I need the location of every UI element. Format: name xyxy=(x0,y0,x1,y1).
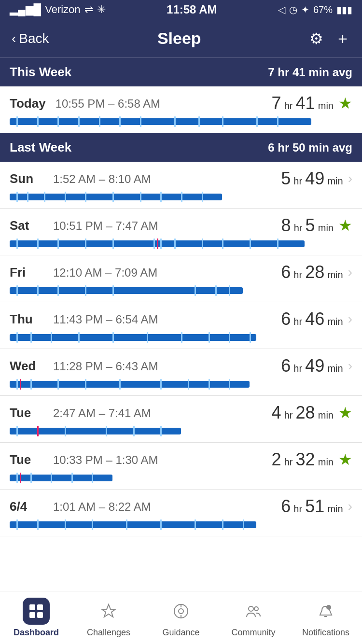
back-button[interactable]: ‹ Back xyxy=(12,31,49,46)
sleep-bar-tick xyxy=(160,379,162,390)
sleep-bar-tick xyxy=(181,332,182,343)
sleep-duration: 5 hr 49 min xyxy=(281,168,343,189)
status-left: ▂▄▆█ Verizon ⇌ ✳ xyxy=(10,3,106,16)
nav-bar: ‹ Back Sleep ⚙ ＋ xyxy=(0,19,362,58)
sleep-time-range: 10:51 PM – 7:47 AM xyxy=(53,219,158,233)
sleep-bar-tick xyxy=(65,519,66,530)
sleep-bar xyxy=(10,332,352,343)
svg-point-10 xyxy=(254,607,258,611)
sleep-entry-row[interactable]: Fri12:10 AM – 7:09 AM6 hr 28 min› xyxy=(0,255,362,302)
sleep-bar-tick xyxy=(57,285,59,296)
tab-item-dashboard[interactable]: Dashboard xyxy=(0,598,72,638)
sleep-duration: 6 hr 28 min xyxy=(281,262,343,282)
signal-icon: ▂▄▆█ xyxy=(10,3,41,16)
sleep-day-label: Sat xyxy=(10,218,43,233)
sleep-day-label: Tue xyxy=(10,406,43,420)
sleep-entry-row[interactable]: Today10:55 PM – 6:58 AM7 hr 41 min★ xyxy=(0,86,362,133)
tab-item-guidance[interactable]: Guidance xyxy=(145,598,217,638)
sleep-time-range: 11:28 PM – 6:43 AM xyxy=(53,360,158,373)
community-tab-label: Community xyxy=(231,628,275,638)
star-icon: ★ xyxy=(338,450,352,469)
sleep-bar-tick xyxy=(215,285,217,296)
sleep-bar-tick xyxy=(229,285,230,296)
guidance-tab-label: Guidance xyxy=(162,628,199,638)
sleep-bar-tick xyxy=(30,473,32,483)
sleep-bar-tick xyxy=(195,285,196,296)
sleep-bar-tick xyxy=(202,238,203,249)
sleep-entry-row[interactable]: Wed11:28 PM – 6:43 AM6 hr 49 min› xyxy=(0,349,362,396)
last-week-title: Last Week xyxy=(10,140,71,155)
back-label: Back xyxy=(19,31,49,46)
location-icon: ◁ xyxy=(278,4,285,15)
sleep-bar-tick xyxy=(85,379,86,390)
nav-actions: ⚙ ＋ xyxy=(309,28,350,49)
svg-rect-2 xyxy=(29,612,35,618)
sleep-bar-tick xyxy=(16,285,18,296)
sleep-bar-pink-tick xyxy=(20,473,21,483)
sleep-entry-row[interactable]: Tue10:33 PM – 1:30 AM2 hr 32 min★ xyxy=(0,443,362,490)
alarm-icon: ◷ xyxy=(289,4,297,15)
svg-point-9 xyxy=(249,606,253,611)
sleep-time-range: 10:55 PM – 6:58 AM xyxy=(56,97,160,111)
sleep-bar-tick xyxy=(92,473,93,483)
sleep-day-label: Tue xyxy=(10,452,43,467)
sleep-bar-tick xyxy=(57,116,59,127)
sleep-bar-tick xyxy=(78,116,80,127)
sleep-bar-tick xyxy=(250,238,251,249)
sleep-bar-tick xyxy=(181,192,182,202)
sleep-bar xyxy=(10,473,352,483)
svg-rect-3 xyxy=(37,612,43,618)
sleep-entry-row[interactable]: 6/41:01 AM – 8:22 AM6 hr 51 min› xyxy=(0,490,362,536)
dashboard-tab-label: Dashboard xyxy=(14,628,59,638)
add-icon[interactable]: ＋ xyxy=(335,28,350,49)
sleep-bar-tick xyxy=(112,192,114,202)
tab-item-community[interactable]: Community xyxy=(217,598,290,638)
sleep-bar xyxy=(10,426,352,436)
sleep-duration: 2 hr 32 min xyxy=(272,449,334,470)
settings-icon[interactable]: ⚙ xyxy=(309,29,323,48)
sleep-bar-tick xyxy=(160,519,162,530)
sleep-bar-tick xyxy=(160,238,162,249)
sleep-bar-tick xyxy=(106,426,107,436)
sleep-day-label: Fri xyxy=(10,265,43,280)
challenges-icon xyxy=(95,598,122,625)
sleep-entry-row[interactable]: Sat10:51 PM – 7:47 AM8 hr 5 min★ xyxy=(0,209,362,255)
sleep-bar-tick xyxy=(30,379,32,390)
wifi-icon: ⇌ xyxy=(84,3,93,16)
sleep-bar-tick xyxy=(202,192,203,202)
bluetooth-icon: ✦ xyxy=(301,4,309,15)
sleep-bar-tick xyxy=(85,285,86,296)
sleep-bar xyxy=(10,379,352,390)
chevron-right-icon: › xyxy=(348,499,352,514)
star-icon: ★ xyxy=(338,404,352,422)
activity-icon: ✳ xyxy=(97,3,106,16)
sleep-time-range: 1:52 AM – 8:10 AM xyxy=(53,172,151,186)
tab-item-notifications[interactable]: Notifications xyxy=(290,598,362,638)
sleep-bar-tick xyxy=(16,192,18,202)
svg-point-6 xyxy=(179,609,183,614)
sleep-time-range: 12:10 AM – 7:09 AM xyxy=(53,266,157,280)
sleep-time-range: 11:43 PM – 6:54 AM xyxy=(53,313,158,326)
sleep-bar-tick xyxy=(256,116,258,127)
sleep-bar xyxy=(10,519,352,530)
sleep-duration: 6 hr 46 min xyxy=(281,309,343,329)
tab-item-challenges[interactable]: Challenges xyxy=(72,598,145,638)
sleep-bar-tick xyxy=(229,332,230,343)
svg-rect-1 xyxy=(37,604,43,610)
scroll-content: This Week 7 hr 41 min avg Today10:55 PM … xyxy=(0,58,362,594)
sleep-entry-row[interactable]: Tue2:47 AM – 7:41 AM4 hr 28 min★ xyxy=(0,396,362,443)
sleep-entry-row[interactable]: Sun1:52 AM – 8:10 AM5 hr 49 min› xyxy=(0,162,362,209)
sleep-bar-tick xyxy=(229,379,230,390)
sleep-bar-tick xyxy=(140,116,141,127)
sleep-bar-tick xyxy=(16,238,18,249)
svg-rect-0 xyxy=(29,604,35,610)
sleep-bar-tick xyxy=(222,519,223,530)
sleep-bar-tick xyxy=(112,285,114,296)
sleep-entry-row[interactable]: Thu11:43 PM – 6:54 AM6 hr 46 min› xyxy=(0,302,362,349)
this-week-header: This Week 7 hr 41 min avg xyxy=(0,58,362,86)
sleep-bar xyxy=(10,285,352,296)
sleep-bar-tick xyxy=(51,473,52,483)
sleep-bar-tick xyxy=(209,379,210,390)
sleep-bar-tick xyxy=(112,332,114,343)
sleep-bar-tick xyxy=(277,238,278,249)
